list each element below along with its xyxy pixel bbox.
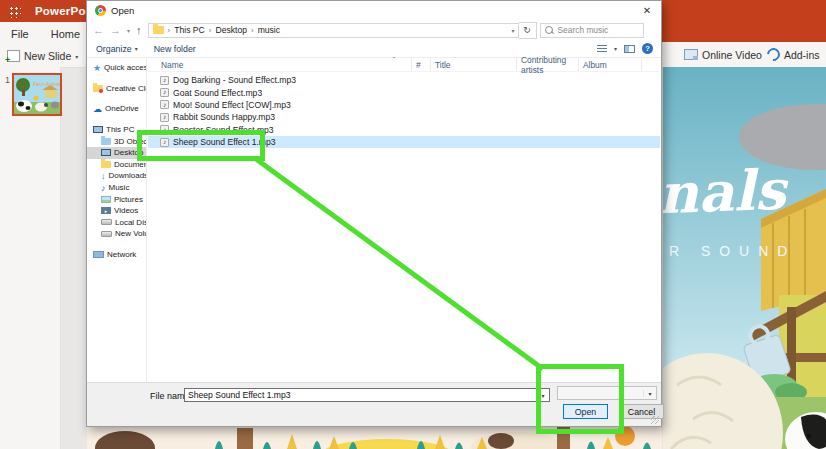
- sidebar-item-local-disk-c[interactable]: Local Disk (C:): [87, 217, 146, 229]
- downloads-icon: ↓: [101, 171, 106, 181]
- forward-icon[interactable]: →: [110, 25, 121, 36]
- sidebar-item-label: Documents: [114, 160, 147, 169]
- file-name: Rabbit Sounds Happy.mp3: [173, 112, 275, 122]
- file-row[interactable]: ♪Moo! Sound Effect [COW].mp3: [148, 99, 660, 111]
- network-icon: [93, 251, 104, 258]
- column-header-name[interactable]: Nameˆ: [148, 58, 412, 71]
- file-type-select[interactable]: ▾: [557, 386, 657, 400]
- sidebar-item-this-pc[interactable]: This PC: [87, 124, 146, 136]
- up-icon[interactable]: ↑: [136, 25, 142, 36]
- videos-icon: ▸: [101, 207, 111, 214]
- slide-strip-art: [87, 427, 662, 449]
- mp3-file-icon: ♪: [160, 125, 169, 134]
- sort-ascending-icon: ˆ: [393, 56, 395, 63]
- dialog-title: Open: [111, 5, 134, 16]
- menu-tab-file[interactable]: File: [11, 28, 29, 40]
- this-pc-icon: [93, 126, 103, 133]
- open-dialog: Open ✕ ← → ▾ ↑ ›This PC›Desktop›music▾ ↻…: [86, 0, 662, 427]
- column-headers: Nameˆ#TitleContributing artistsAlbum: [148, 58, 660, 72]
- slide-thumbnail-art: Farm Animals: [14, 75, 60, 114]
- add-ins-button[interactable]: Add-ins: [767, 48, 820, 61]
- ribbon-right: Online Video Add-ins: [662, 42, 826, 68]
- column-header-contributing-artists[interactable]: Contributing artists: [517, 58, 579, 71]
- dialog-titlebar[interactable]: Open: [87, 1, 661, 20]
- file-name-input[interactable]: [185, 389, 536, 401]
- new-volume-icon: [101, 231, 112, 237]
- open-button[interactable]: Open: [563, 404, 608, 419]
- sidebar-item-desktop[interactable]: Desktop: [87, 147, 146, 159]
- file-row[interactable]: ♪Rabbit Sounds Happy.mp3: [148, 111, 660, 123]
- slides-panel: 1 Farm Animals: [0, 67, 61, 449]
- view-chevron-icon[interactable]: ▾: [614, 45, 617, 52]
- organize-label: Organize: [96, 44, 132, 54]
- sidebar-item-label: Local Disk (C:): [115, 218, 147, 227]
- sidebar-item-quick-access[interactable]: ★Quick access: [87, 62, 146, 74]
- file-list: Nameˆ#TitleContributing artistsAlbum ♪Do…: [148, 58, 660, 382]
- breadcrumb-music[interactable]: music: [258, 25, 280, 35]
- breadcrumb-this-pc[interactable]: This PC: [174, 25, 205, 35]
- menu-tab-home[interactable]: Home: [51, 28, 80, 40]
- sidebar-item-pictures[interactable]: Pictures: [87, 193, 146, 205]
- history-chevron-icon[interactable]: ▾: [127, 27, 130, 34]
- preview-pane-icon[interactable]: [624, 45, 635, 53]
- new-folder-button[interactable]: New folder: [154, 44, 196, 54]
- file-row[interactable]: ♪Sheep Sound Effect 1.mp3: [148, 136, 660, 148]
- breadcrumb[interactable]: ›This PC›Desktop›music▾: [148, 23, 519, 38]
- sidebar-item-videos[interactable]: ▸Videos: [87, 205, 146, 217]
- sidebar-item-new-volume-d[interactable]: New Volume (D:): [87, 228, 146, 240]
- address-chevron-icon[interactable]: ▾: [512, 27, 515, 34]
- new-folder-label: New folder: [154, 44, 196, 54]
- mp3-file-icon: ♪: [160, 113, 169, 122]
- breadcrumb-desktop[interactable]: Desktop: [215, 25, 247, 35]
- sidebar-item-label: New Volume (D:): [115, 229, 147, 238]
- sidebar-item-label: 3D Objects: [114, 137, 147, 146]
- column-header-label: Album: [583, 60, 607, 70]
- file-row[interactable]: ♪Goat Sound Effect.mp3: [148, 86, 660, 98]
- file-name-chevron-icon[interactable]: ▾: [536, 392, 549, 399]
- file-row[interactable]: ♪Rooster Sound Effect.mp3: [148, 124, 660, 136]
- slide-thumbnail[interactable]: Farm Animals: [12, 73, 62, 116]
- file-name: Moo! Sound Effect [COW].mp3: [173, 100, 291, 110]
- view-controls: ▾ ?: [597, 43, 653, 54]
- new-slide-button[interactable]: New Slide: [24, 50, 71, 62]
- sidebar-item-documents[interactable]: Documents: [87, 159, 146, 171]
- add-ins-icon: [764, 45, 782, 63]
- sidebar-item-onedrive[interactable]: ☁OneDrive: [87, 103, 146, 115]
- new-slide-icon: [7, 50, 20, 62]
- music-icon: ♪: [101, 183, 106, 193]
- file-row[interactable]: ♪Dog Barking - Sound Effect.mp3: [148, 74, 660, 86]
- add-ins-label: Add-ins: [784, 49, 820, 61]
- slide-title-fragment: nals: [663, 157, 787, 226]
- close-icon[interactable]: ✕: [633, 1, 661, 19]
- sidebar-item-3d-objects[interactable]: 3D Objects: [87, 135, 146, 147]
- online-video-button[interactable]: Online Video: [684, 49, 762, 61]
- resize-grip[interactable]: [651, 416, 659, 424]
- onedrive-icon: ☁: [93, 104, 102, 114]
- sidebar-item-creative-cloud-files[interactable]: Creative Cloud Files: [87, 83, 146, 95]
- column-header-[interactable]: #: [412, 58, 431, 71]
- app-launcher-icon[interactable]: [8, 5, 21, 18]
- search-input[interactable]: [556, 24, 640, 36]
- refresh-icon[interactable]: ↻: [519, 22, 537, 39]
- menu-bar: FileHome: [0, 22, 97, 45]
- sidebar-item-label: OneDrive: [105, 104, 139, 113]
- help-icon[interactable]: ?: [642, 43, 653, 54]
- list-view-icon[interactable]: [597, 45, 607, 53]
- desktop-icon: [101, 149, 111, 156]
- sidebar-item-label: Network: [107, 250, 136, 259]
- creative-cloud-icon: [93, 85, 103, 92]
- screen: PowerPoint FileHome New Slide ▾ Online V…: [0, 0, 826, 449]
- sidebar-item-downloads[interactable]: ↓Downloads: [87, 170, 146, 182]
- column-header-label: #: [416, 60, 421, 70]
- organize-button[interactable]: Organize ▾: [96, 44, 138, 54]
- sidebar-item-network[interactable]: Network: [87, 249, 146, 261]
- sidebar-item-music[interactable]: ♪Music: [87, 182, 146, 194]
- column-header-album[interactable]: Album: [579, 58, 642, 71]
- slide-canvas: nals OR SOUND: [663, 67, 826, 449]
- column-header-title[interactable]: Title: [431, 58, 517, 71]
- back-icon[interactable]: ←: [93, 25, 104, 36]
- online-video-label: Online Video: [702, 49, 762, 61]
- chevron-down-icon[interactable]: ▾: [75, 53, 78, 60]
- file-name: Dog Barking - Sound Effect.mp3: [173, 75, 296, 85]
- ribbon-left: New Slide ▾: [0, 45, 93, 68]
